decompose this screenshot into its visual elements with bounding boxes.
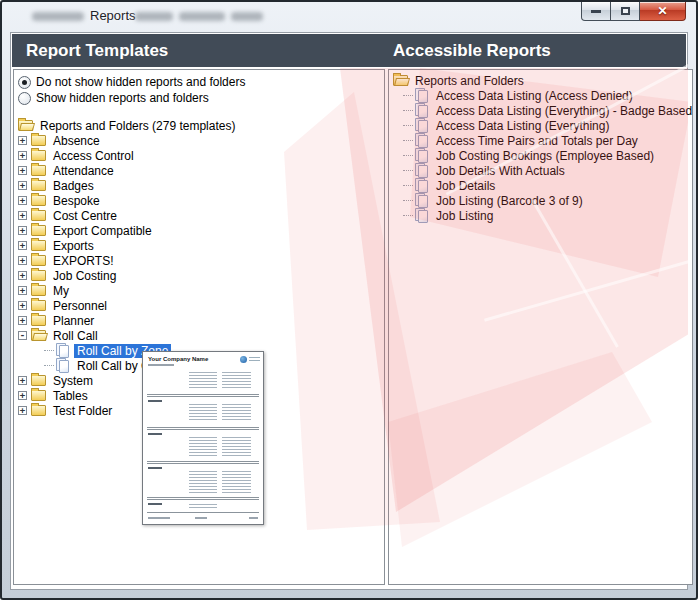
folder-icon [31, 315, 46, 326]
expand-icon[interactable]: + [18, 391, 27, 400]
tree-folder-row[interactable]: +Attendance [14, 163, 384, 178]
radio-button[interactable] [18, 92, 31, 105]
folder-icon [31, 135, 46, 146]
minimize-button[interactable] [581, 2, 611, 21]
folder-icon [31, 405, 46, 416]
redacted-text-blur [179, 12, 225, 21]
redacted-text-blur [135, 12, 173, 21]
tree-item-label: Roll Call [50, 329, 101, 343]
expand-icon[interactable]: + [18, 301, 27, 310]
expand-icon[interactable]: + [18, 226, 27, 235]
tree-folder-row[interactable]: +Access Control [14, 148, 384, 163]
tree-report-row[interactable]: Job Details With Actuals [389, 163, 692, 178]
folder-icon [31, 285, 46, 296]
expand-icon[interactable]: + [18, 181, 27, 190]
tree-item-label: Access Time Pairs and Totals per Day [433, 134, 641, 148]
tree-item-label: Export Compatible [50, 224, 155, 238]
folder-icon [31, 270, 46, 281]
tree-folder-row[interactable]: +Exports [14, 238, 384, 253]
tree-item-label: Job Details [433, 179, 498, 193]
expand-icon[interactable]: + [18, 136, 27, 145]
tree-root-row[interactable]: Reports and Folders [389, 73, 692, 88]
expand-icon[interactable]: + [18, 241, 27, 250]
expand-icon[interactable]: + [18, 376, 27, 385]
expand-icon[interactable]: + [18, 211, 27, 220]
tree-report-row[interactable]: Access Time Pairs and Totals per Day [389, 133, 692, 148]
preview-section-header [148, 400, 162, 402]
report-page-icon [418, 180, 428, 193]
tree-folder-row[interactable]: +My [14, 283, 384, 298]
tree-report-row[interactable]: Access Data Listing (Access Denied) [389, 88, 692, 103]
expand-icon[interactable]: + [18, 196, 27, 205]
tree-report-row[interactable]: Job Listing (Barcode 3 of 9) [389, 193, 692, 208]
preview-section-header [148, 503, 162, 505]
tree-connector [403, 185, 413, 187]
tree-report-row[interactable]: Job Listing [389, 208, 692, 223]
tree-report-row[interactable]: Job Costing Bookings (Employee Based) [389, 148, 692, 163]
preview-divider [147, 394, 259, 395]
tree-connector [403, 110, 413, 112]
tree-folder-row[interactable]: -Roll Call [14, 328, 384, 343]
expand-icon[interactable]: + [18, 271, 27, 280]
tree-item-label: Reports and Folders (279 templates) [37, 119, 238, 133]
tree-folder-row[interactable]: +Personnel [14, 298, 384, 313]
tree-report-row[interactable]: Access Data Listing (Everything) [389, 118, 692, 133]
maximize-icon [621, 7, 630, 15]
tree-connector [403, 215, 413, 217]
redacted-text-blur [32, 12, 84, 21]
tree-connector [44, 365, 54, 367]
close-button[interactable]: ✕ [640, 2, 686, 21]
preview-footer-right [249, 517, 258, 519]
preview-section-header [148, 433, 162, 435]
tree-report-row[interactable]: Access Data Listing (Everything) - Badge… [389, 103, 692, 118]
preview-text-block [189, 471, 218, 493]
collapse-icon[interactable]: - [18, 331, 27, 340]
tree-folder-row[interactable]: +Absence [14, 133, 384, 148]
tree-folder-row[interactable]: +Job Costing [14, 268, 384, 283]
report-page-icon [418, 90, 428, 103]
radio-option-label: Show hidden reports and folders [36, 91, 209, 105]
report-page-icon [59, 360, 69, 373]
tree-folder-row[interactable]: +Badges [14, 178, 384, 193]
tree-item-label: Access Control [50, 149, 137, 163]
expand-icon[interactable]: + [18, 151, 27, 160]
tree-folder-row[interactable]: +Export Compatible [14, 223, 384, 238]
maximize-button[interactable] [611, 2, 640, 21]
tree-folder-row[interactable]: +EXPORTS! [14, 253, 384, 268]
tree-item-label: Job Details With Actuals [433, 164, 568, 178]
tree-item-label: Access Data Listing (Everything) - Badge… [433, 104, 693, 118]
tree-root-row[interactable]: Reports and Folders (279 templates) [14, 118, 384, 133]
minimize-icon [591, 10, 601, 13]
radio-button[interactable] [18, 76, 31, 89]
tree-folder-row[interactable]: +Bespoke [14, 193, 384, 208]
radio-option-label: Do not show hidden reports and folders [36, 75, 245, 89]
expand-icon[interactable]: + [18, 256, 27, 265]
expand-icon[interactable]: + [18, 316, 27, 325]
report-page-icon [59, 345, 69, 358]
tree-report-row[interactable]: Job Details [389, 178, 692, 193]
preview-divider [147, 463, 259, 464]
folder-icon [31, 300, 46, 311]
tree-item-label: Absence [50, 134, 103, 148]
tree-item-label: Access Data Listing (Everything) [433, 119, 612, 133]
folder-icon [31, 225, 46, 236]
folder-icon [31, 240, 46, 251]
tree-item-label: Test Folder [50, 404, 115, 418]
radio-option-row[interactable]: Do not show hidden reports and folders [14, 74, 384, 90]
expand-icon[interactable]: + [18, 286, 27, 295]
tree-folder-row[interactable]: +Cost Centre [14, 208, 384, 223]
accessible-reports-panel: Reports and FoldersAccess Data Listing (… [388, 69, 693, 585]
radio-option-row[interactable]: Show hidden reports and folders [14, 90, 384, 106]
report-page-icon [418, 135, 428, 148]
expand-icon[interactable]: + [18, 166, 27, 175]
preview-company-name: Your Company Name [148, 356, 208, 362]
open-folder-icon [393, 75, 408, 86]
tree-connector [403, 95, 413, 97]
hidden-filter-options: Do not show hidden reports and foldersSh… [14, 70, 384, 106]
preview-text-block [189, 404, 218, 422]
expand-icon[interactable]: + [18, 406, 27, 415]
tree-item-label: Job Costing [50, 269, 119, 283]
tree-folder-row[interactable]: +Planner [14, 313, 384, 328]
folder-icon [31, 255, 46, 266]
report-page-icon [418, 120, 428, 133]
